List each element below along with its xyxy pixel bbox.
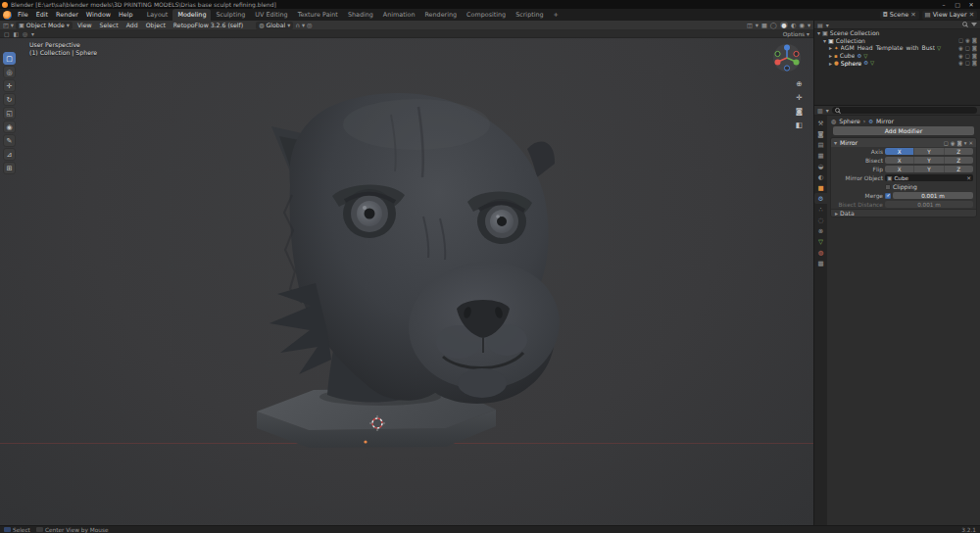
hide-eye-icon[interactable]: ◉ (965, 37, 970, 43)
bisect-x-button[interactable]: X (885, 157, 914, 164)
hide-eye-icon[interactable]: ◉ (958, 60, 963, 66)
menu-edit[interactable]: Edit (32, 9, 52, 21)
editor-outliner-icon[interactable]: ▤ (817, 22, 823, 28)
properties-tab-tool[interactable]: ⚒ (814, 118, 827, 128)
menu-window[interactable]: Window (82, 9, 115, 21)
axis-z-button[interactable]: Z (945, 148, 973, 155)
properties-tab-render[interactable]: ◙ (814, 128, 827, 139)
tab-texture-paint[interactable]: Texture Paint (293, 9, 343, 21)
shading-rendered-icon[interactable]: ◉ (799, 22, 804, 28)
tool-rotate[interactable]: ↻ (3, 93, 16, 106)
view-layer-unlink-icon[interactable]: ✕ (969, 11, 974, 19)
menu-render[interactable]: Render (52, 9, 82, 21)
menu-retopoflow[interactable]: RetopoFlow 3.2.6 (self) (171, 22, 246, 28)
maximize-button[interactable]: ▢ (951, 0, 964, 9)
blender-menu-icon[interactable] (3, 11, 12, 20)
active-tool-icon[interactable]: ▢ (4, 31, 9, 37)
outliner-item-label[interactable]: Collection (836, 37, 865, 44)
merge-threshold-field[interactable]: 0.001 m (893, 192, 973, 199)
axis-x-button[interactable]: X (885, 148, 914, 155)
merge-checkbox[interactable] (885, 193, 891, 199)
hide-eye-icon[interactable]: ◉ (958, 53, 963, 59)
scene-selector[interactable]: ◘ Scene ✕ (880, 11, 919, 20)
navigation-gizmo[interactable] (772, 43, 802, 74)
properties-tab-constraints[interactable]: ⊗ (814, 225, 827, 236)
tab-layout[interactable]: Layout (142, 9, 173, 21)
tab-sculpting[interactable]: Sculpting (211, 9, 250, 21)
bisect-z-button[interactable]: Z (945, 157, 973, 164)
mirror-object-field[interactable]: ▣ Cube ✕ (885, 174, 973, 181)
disable-viewport-icon[interactable]: ▢ (965, 53, 970, 59)
properties-tab-physics[interactable]: ◌ (814, 215, 827, 225)
edit-mode-toggle-icon[interactable]: ▢ (944, 140, 949, 146)
expand-icon[interactable]: ▸ (829, 60, 832, 67)
outliner-row-cube[interactable]: ▸ ▪ Cube ⚙ ▽ ◉ ▢ ◙ (814, 52, 980, 60)
editor-type-dropdown-icon[interactable]: ▾ (11, 22, 14, 28)
modifier-name[interactable]: Mirror (840, 139, 858, 146)
chevron-down-icon[interactable]: ▾ (826, 22, 829, 28)
data-subpanel[interactable]: ▸ Data (831, 209, 976, 217)
shading-solid-icon[interactable]: ● (780, 22, 788, 28)
menu-select[interactable]: Select (97, 22, 122, 28)
flip-y-button[interactable]: Y (914, 166, 944, 172)
disable-render-icon[interactable]: ◙ (972, 45, 977, 51)
disable-render-icon[interactable]: ◙ (972, 60, 977, 66)
bisect-distance-field[interactable]: 0.001 m (885, 201, 973, 208)
tab-uv-editing[interactable]: UV Editing (250, 9, 292, 21)
chevron-down-icon[interactable]: ▾ (826, 107, 829, 114)
menu-help[interactable]: Help (115, 9, 137, 21)
axis-y-button[interactable]: Y (914, 148, 944, 155)
realtime-toggle-icon[interactable]: ◉ (951, 140, 956, 146)
view-layer-name[interactable]: View Layer (933, 11, 967, 19)
minimize-button[interactable]: – (937, 0, 951, 9)
shading-wireframe-icon[interactable]: ◯ (770, 22, 777, 28)
properties-tab-view-layer[interactable]: ▦ (814, 150, 827, 161)
clear-object-icon[interactable]: ✕ (966, 175, 971, 181)
menu-view[interactable]: View (74, 22, 95, 28)
properties-tab-modifiers[interactable]: ⚙ (814, 193, 827, 204)
overlays-dropdown-icon[interactable]: ▾ (756, 22, 759, 28)
breadcrumb-modifier[interactable]: Mirror (876, 118, 894, 124)
add-workspace-button[interactable]: + (549, 9, 564, 21)
render-toggle-icon[interactable]: ◙ (957, 140, 962, 146)
collapse-icon[interactable]: ▾ (817, 29, 820, 36)
scene-unlink-icon[interactable]: ✕ (910, 11, 915, 19)
scene-name[interactable]: Scene (890, 11, 908, 19)
properties-tab-material[interactable]: ◍ (814, 247, 827, 258)
tool-select-box[interactable]: ▢ (3, 52, 16, 65)
disable-viewport-icon[interactable]: ▢ (965, 45, 970, 51)
mode-dropdown[interactable]: ▣ Object Mode ▾ (16, 22, 73, 29)
proportional-edit-icon[interactable]: ◎ (307, 22, 312, 28)
options-label[interactable]: Options (783, 31, 805, 37)
menu-file[interactable]: File (14, 9, 32, 21)
shading-material-icon[interactable]: ◐ (791, 22, 796, 28)
properties-tab-world[interactable]: ◐ (814, 171, 827, 182)
tab-scripting[interactable]: Scripting (511, 9, 548, 21)
flip-z-button[interactable]: Z (945, 166, 973, 172)
zoom-icon[interactable]: ⊕ (796, 79, 802, 88)
close-modifier-icon[interactable]: ✕ (968, 140, 973, 146)
tool-option-dropdown-icon[interactable]: ▾ (31, 31, 34, 37)
disable-render-icon[interactable]: ◙ (972, 37, 977, 43)
modifier-panel-header[interactable]: ▾ Mirror ▢ ◉ ◙ ▾ ✕ (831, 138, 976, 147)
tool-scale[interactable]: ◱ (3, 107, 16, 120)
properties-tab-texture[interactable]: ▩ (814, 258, 827, 268)
breadcrumb-object[interactable]: Sphere (839, 118, 859, 124)
disable-viewport-icon[interactable]: ▢ (965, 60, 970, 66)
menu-object[interactable]: Object (143, 22, 169, 28)
expand-icon[interactable]: ▸ (829, 44, 832, 51)
orientation-dropdown[interactable]: ◍ Global ▾ (256, 22, 293, 29)
expand-icon[interactable]: ▸ (829, 52, 832, 59)
overlays-toggle-icon[interactable]: ◫ (747, 22, 753, 28)
outliner-row-sphere[interactable]: ▸ ● Sphere ⚙ ▽ ◉ ▢ ◙ (814, 59, 980, 67)
clipping-checkbox[interactable] (885, 184, 891, 190)
hide-eye-icon[interactable]: ◉ (958, 45, 963, 51)
properties-tab-output[interactable]: ▤ (814, 139, 827, 150)
model-eye-left[interactable] (343, 189, 396, 238)
view-layer-selector[interactable]: ▤ View Layer ✕ (922, 11, 977, 20)
editor-type-icon[interactable]: ◰ (3, 22, 9, 28)
viewport-canvas[interactable] (0, 38, 813, 525)
outliner-row-scene-collection[interactable]: ▾ ▣ Scene Collection (814, 29, 980, 37)
properties-tab-scene[interactable]: ◒ (814, 161, 827, 171)
outliner-row-collection[interactable]: ▾ ▣ Collection ▢ ◉ ◙ (814, 37, 980, 45)
